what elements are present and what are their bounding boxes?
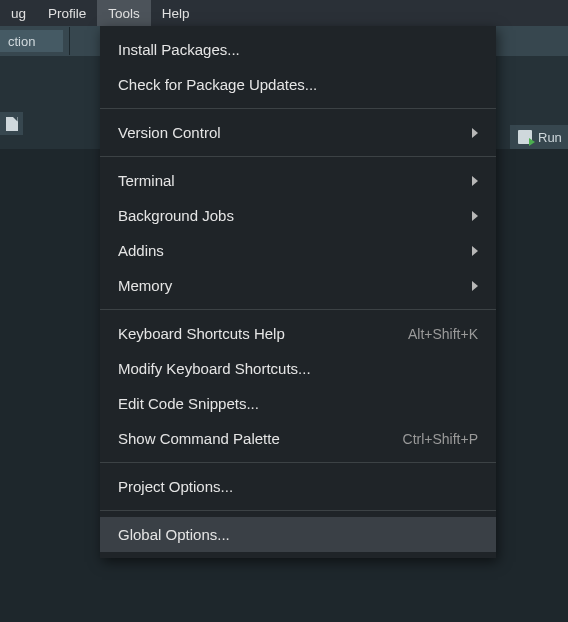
menu-item-label: Terminal xyxy=(118,172,462,189)
menu-item-edit-code-snippets[interactable]: Edit Code Snippets... xyxy=(100,386,496,421)
menubar-item-profile[interactable]: Profile xyxy=(37,0,97,26)
menu-item-label: Addins xyxy=(118,242,462,259)
menubar-item-tools[interactable]: Tools xyxy=(97,0,151,26)
menu-item-label: Version Control xyxy=(118,124,462,141)
run-button-label: Run xyxy=(538,130,562,145)
menu-item-label: Show Command Palette xyxy=(118,430,383,447)
menu-item-addins[interactable]: Addins xyxy=(100,233,496,268)
menu-item-label: Project Options... xyxy=(118,478,478,495)
menubar: ugProfileToolsHelp xyxy=(0,0,568,26)
menu-separator xyxy=(100,108,496,109)
chevron-right-icon xyxy=(472,211,478,221)
menu-item-label: Memory xyxy=(118,277,462,294)
toolbar-function-selector[interactable]: ction xyxy=(0,30,63,52)
menu-item-background-jobs[interactable]: Background Jobs xyxy=(100,198,496,233)
chevron-right-icon xyxy=(472,246,478,256)
menu-item-shortcut: Alt+Shift+K xyxy=(408,326,478,342)
menu-item-label: Modify Keyboard Shortcuts... xyxy=(118,360,478,377)
tools-menu: Install Packages...Check for Package Upd… xyxy=(100,26,496,558)
menubar-item-ug[interactable]: ug xyxy=(0,0,37,26)
menu-item-modify-keyboard-shortcuts[interactable]: Modify Keyboard Shortcuts... xyxy=(100,351,496,386)
menu-item-install-packages[interactable]: Install Packages... xyxy=(100,32,496,67)
menu-item-version-control[interactable]: Version Control xyxy=(100,115,496,150)
menu-item-check-for-package-updates[interactable]: Check for Package Updates... xyxy=(100,67,496,102)
menu-separator xyxy=(100,309,496,310)
menu-item-show-command-palette[interactable]: Show Command PaletteCtrl+Shift+P xyxy=(100,421,496,456)
menu-item-label: Check for Package Updates... xyxy=(118,76,478,93)
menu-item-label: Install Packages... xyxy=(118,41,478,58)
menu-separator xyxy=(100,156,496,157)
chevron-right-icon xyxy=(472,176,478,186)
toolbar-selector-label: ction xyxy=(8,34,35,49)
menu-item-label: Edit Code Snippets... xyxy=(118,395,478,412)
run-icon xyxy=(518,130,532,144)
menu-item-label: Background Jobs xyxy=(118,207,462,224)
menu-item-project-options[interactable]: Project Options... xyxy=(100,469,496,504)
chevron-right-icon xyxy=(472,281,478,291)
menubar-item-help[interactable]: Help xyxy=(151,0,201,26)
menu-item-keyboard-shortcuts-help[interactable]: Keyboard Shortcuts HelpAlt+Shift+K xyxy=(100,316,496,351)
file-icon xyxy=(6,117,18,131)
menu-item-memory[interactable]: Memory xyxy=(100,268,496,303)
menu-separator xyxy=(100,510,496,511)
toolbar-separator xyxy=(69,27,70,55)
menu-item-terminal[interactable]: Terminal xyxy=(100,163,496,198)
menu-separator xyxy=(100,462,496,463)
menu-item-shortcut: Ctrl+Shift+P xyxy=(403,431,478,447)
run-button[interactable]: Run xyxy=(510,125,568,149)
menu-item-label: Keyboard Shortcuts Help xyxy=(118,325,388,342)
menu-item-global-options[interactable]: Global Options... xyxy=(100,517,496,552)
menu-item-label: Global Options... xyxy=(118,526,478,543)
tabwell-dropdown[interactable] xyxy=(0,112,23,135)
chevron-right-icon xyxy=(472,128,478,138)
